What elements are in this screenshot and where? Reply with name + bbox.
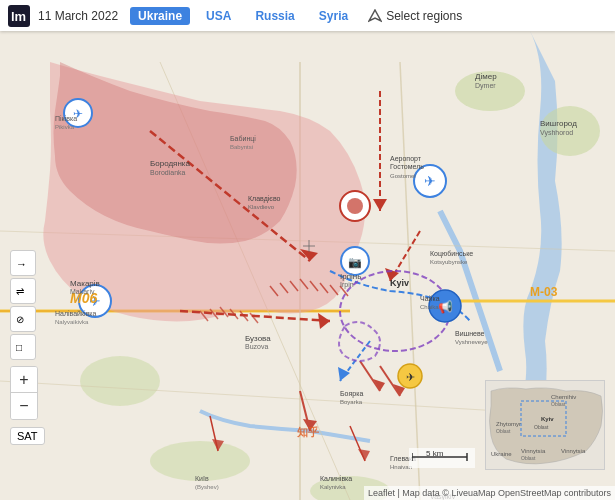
svg-text:Makariv: Makariv (70, 288, 95, 295)
svg-text:Babyntsi: Babyntsi (230, 144, 253, 150)
svg-text:Pikivka: Pikivka (55, 124, 75, 130)
svg-text:⊘: ⊘ (16, 314, 24, 325)
svg-text:Ірпінь: Ірпінь (340, 272, 361, 281)
svg-text:Oblast: Oblast (521, 455, 536, 461)
svg-text:Київ: Київ (195, 475, 209, 482)
svg-text:Ukraine: Ukraine (491, 451, 512, 457)
svg-text:Gostomel: Gostomel (390, 173, 416, 179)
svg-text:М-03: М-03 (530, 285, 558, 299)
svg-text:Вишгород: Вишгород (540, 119, 577, 128)
svg-text:→: → (16, 258, 27, 270)
svg-text:Kalynivka: Kalynivka (320, 484, 346, 490)
map-container: lm 11 March 2022 Ukraine USA Russia Syri… (0, 0, 615, 500)
svg-point-6 (80, 356, 160, 406)
svg-text:Dymer: Dymer (475, 82, 496, 90)
svg-text:Вишневе: Вишневе (455, 330, 485, 337)
svg-text:Vyshhorod: Vyshhorod (540, 129, 573, 137)
svg-text:Irpin: Irpin (340, 281, 354, 289)
svg-text:Дімер: Дімер (475, 72, 497, 81)
attribution-text: Leaflet | Map data © LiveuaMap OpenStree… (364, 486, 615, 500)
svg-text:Бабинці: Бабинці (230, 135, 256, 143)
svg-text:Boyarka: Boyarka (340, 399, 363, 405)
svg-text:Піківка: Піківка (55, 115, 77, 122)
tab-usa[interactable]: USA (198, 7, 239, 25)
logo-icon: lm (8, 5, 30, 27)
svg-text:5 km: 5 km (426, 449, 444, 458)
zoom-controls: + − (10, 366, 38, 420)
svg-text:(Byshev): (Byshev) (195, 484, 219, 490)
mini-map: Chernihiv Oblast Zhytomyr Oblast Kyiv Ob… (485, 380, 605, 470)
svg-text:Макарів: Макарів (70, 279, 100, 288)
svg-text:✈: ✈ (424, 173, 436, 189)
svg-text:⇌: ⇌ (16, 286, 24, 297)
scale-bar: 5 km (409, 448, 475, 468)
satellite-toggle-button[interactable]: SAT (10, 427, 45, 445)
svg-text:Клавдієво: Клавдієво (248, 195, 281, 203)
svg-text:Аеропорт: Аеропорт (390, 155, 422, 163)
svg-point-57 (347, 198, 363, 214)
svg-text:Chernihiv: Chernihiv (551, 394, 576, 400)
layer-icon-3[interactable]: ⊘ (10, 306, 36, 332)
svg-text:✈: ✈ (406, 371, 415, 383)
layer-controls: → ⇌ ⊘ □ (10, 250, 36, 360)
svg-text:Zhytomyr: Zhytomyr (496, 421, 521, 427)
svg-text:Vyshneveye: Vyshneveye (455, 339, 488, 345)
select-regions-label: Select regions (386, 9, 462, 23)
svg-text:Vinnytsia: Vinnytsia (561, 448, 586, 454)
tab-syria[interactable]: Syria (311, 7, 356, 25)
zoom-out-button[interactable]: − (11, 393, 37, 419)
tab-ukraine[interactable]: Ukraine (130, 7, 190, 25)
svg-text:Бородянка: Бородянка (150, 159, 191, 168)
svg-text:□: □ (16, 342, 22, 353)
svg-text:Buzova: Buzova (245, 343, 268, 350)
svg-text:Vinnytsia: Vinnytsia (521, 448, 546, 454)
svg-text:Гостомель: Гостомель (390, 163, 424, 170)
svg-marker-2 (369, 10, 381, 21)
date-label: 11 March 2022 (38, 9, 118, 23)
svg-text:lm: lm (11, 9, 26, 24)
layer-icon-4[interactable]: □ (10, 334, 36, 360)
layer-icon-2[interactable]: ⇌ (10, 278, 36, 304)
layer-icon-1[interactable]: → (10, 250, 36, 276)
svg-text:Oblast: Oblast (551, 401, 566, 407)
svg-text:Oblast: Oblast (534, 424, 549, 430)
svg-text:Klavdievo: Klavdievo (248, 204, 275, 210)
svg-text:Oblast: Oblast (496, 428, 511, 434)
svg-text:Налівайківка: Налівайківка (55, 310, 97, 317)
svg-text:📢: 📢 (438, 299, 453, 314)
select-regions-button[interactable]: Select regions (368, 9, 462, 23)
svg-text:Kyiv: Kyiv (390, 278, 409, 288)
navbar: lm 11 March 2022 Ukraine USA Russia Syri… (0, 0, 615, 31)
svg-text:📷: 📷 (348, 255, 362, 269)
watermark: 知乎 (297, 425, 319, 440)
zoom-in-button[interactable]: + (11, 367, 37, 393)
svg-text:Чайка: Чайка (420, 295, 440, 302)
svg-text:Kotsyubynske: Kotsyubynske (430, 259, 468, 265)
svg-text:Nalyvaikivka: Nalyvaikivka (55, 319, 89, 325)
svg-text:Chaika: Chaika (420, 304, 439, 310)
svg-text:Калинівка: Калинівка (320, 475, 352, 482)
navigation-icon (368, 9, 382, 23)
svg-text:Borodianka: Borodianka (150, 169, 186, 176)
svg-text:Коцюбинське: Коцюбинське (430, 250, 473, 258)
svg-text:Бузова: Бузова (245, 334, 271, 343)
svg-text:Kyiv: Kyiv (541, 416, 554, 422)
tab-russia[interactable]: Russia (247, 7, 302, 25)
svg-text:Боярка: Боярка (340, 390, 363, 398)
